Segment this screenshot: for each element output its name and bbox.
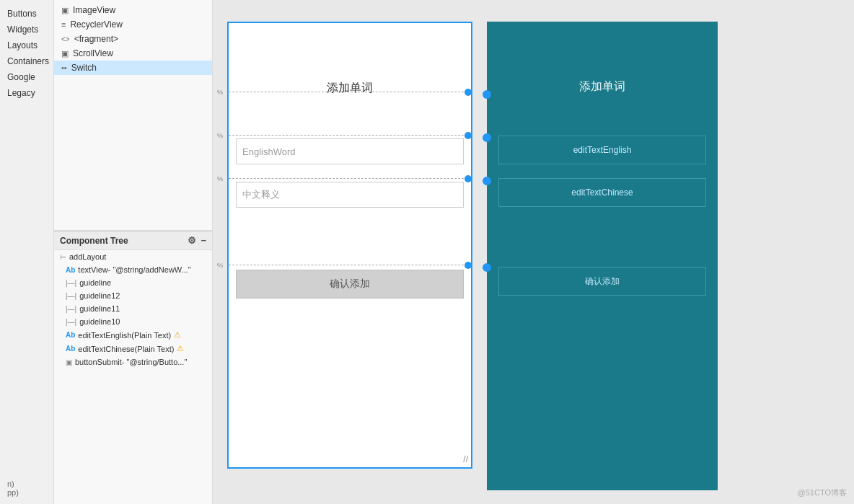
- pct-label-2: %: [217, 132, 223, 139]
- tree-header-icons: ⚙ −: [188, 235, 206, 246]
- switch-icon: ••: [61, 63, 67, 72]
- preview-title: 添加单词: [229, 81, 471, 96]
- pct-label-1: %: [217, 89, 223, 96]
- sidebar-item-containers[interactable]: Containers: [0, 53, 53, 69]
- tree-item-edittextchinese[interactable]: Ab editTextChinese(Plain Text) ⚠: [54, 342, 212, 355]
- design-preview: 添加单词 EnglishWord 中文释义 确认添加 //: [227, 22, 472, 469]
- tree-item-guideline10[interactable]: |—| guideline10: [54, 315, 212, 328]
- guideline-icon: |—|: [66, 279, 76, 287]
- watermark: @51CTO博客: [798, 487, 847, 498]
- pct-label-4: %: [217, 262, 223, 269]
- buttonsubmit-icon: ▣: [66, 358, 72, 366]
- guideline-h-4: [229, 265, 471, 265]
- tree-expand-icon: ⊢: [60, 253, 66, 261]
- rendered-button-submit[interactable]: 确认添加: [498, 267, 706, 296]
- tree-minus-icon[interactable]: −: [201, 235, 206, 246]
- tree-settings-icon[interactable]: ⚙: [188, 235, 196, 246]
- fragment-icon: <>: [61, 35, 70, 43]
- tree-header: Component Tree ⚙ −: [54, 231, 212, 250]
- tree-item-guideline12[interactable]: |—| guideline12: [54, 289, 212, 302]
- edittextchinese-icon: Ab: [66, 345, 75, 353]
- palette-item-fragment[interactable]: <> <fragment>: [54, 32, 212, 46]
- tree-title: Component Tree: [60, 236, 128, 246]
- tree-item-guideline11[interactable]: |—| guideline11: [54, 302, 212, 315]
- sidebar-item-google[interactable]: Google: [0, 69, 53, 85]
- rendered-input-english[interactable]: editTextEnglish: [498, 136, 706, 164]
- design-preview-wrapper: % % % % 添加单词 EnglishWord 中文释义: [227, 22, 472, 469]
- preview-input-english[interactable]: EnglishWord: [236, 138, 464, 164]
- edittextenglish-icon: Ab: [66, 331, 75, 339]
- palette-panel: ▣ ImageView ≡ RecyclerView <> <fragment>…: [54, 0, 213, 231]
- preview-button-submit[interactable]: 确认添加: [236, 270, 464, 299]
- warning-icon-chinese: ⚠: [177, 344, 184, 353]
- textview-icon: Ab: [66, 266, 75, 274]
- render-guide-dot-3: [483, 177, 491, 185]
- guideline10-icon: |—|: [66, 318, 76, 326]
- main-area: % % % % 添加单词 EnglishWord 中文释义: [213, 0, 854, 504]
- rendered-input-chinese[interactable]: editTextChinese: [498, 178, 706, 207]
- tree-item-edittextenglish[interactable]: Ab editTextEnglish(Plain Text) ⚠: [54, 328, 212, 342]
- guideline12-icon: |—|: [66, 292, 76, 300]
- guide-dot-2: [465, 132, 472, 139]
- guideline-h-2: [229, 135, 471, 136]
- guide-dot-3: [465, 175, 472, 182]
- rendered-title: 添加单词: [487, 79, 718, 94]
- guideline-h-3: [229, 178, 471, 179]
- scrollview-icon: ▣: [61, 49, 69, 58]
- tree-item-buttonsubmit[interactable]: ▣ buttonSubmit- "@string/Butto...": [54, 355, 212, 368]
- pct-label-3: %: [217, 175, 223, 182]
- sidebar-item-widgets[interactable]: Widgets: [0, 22, 53, 37]
- tree-item-guideline[interactable]: |—| guideline: [54, 276, 212, 289]
- footer-text-1: n): [7, 479, 19, 488]
- recyclerview-icon: ≡: [61, 20, 66, 29]
- sidebar-item-layouts[interactable]: Layouts: [0, 37, 53, 53]
- render-guide-dot-2: [483, 133, 491, 142]
- render-guide-dot-4: [483, 263, 491, 272]
- sidebar-item-buttons[interactable]: Buttons: [0, 6, 53, 22]
- palette-item-recyclerview[interactable]: ≡ RecyclerView: [54, 17, 212, 32]
- palette-item-switch[interactable]: •• Switch: [54, 61, 212, 75]
- left-sidebar: Buttons Widgets Layouts Containers Googl…: [0, 0, 54, 504]
- sidebar-item-legacy[interactable]: Legacy: [0, 85, 53, 101]
- footer-text-2: pp): [7, 488, 19, 497]
- guideline11-icon: |—|: [66, 305, 76, 313]
- rendered-preview: 添加单词 editTextEnglish editTextChinese 确认添…: [487, 22, 718, 490]
- palette-item-scrollview[interactable]: ▣ ScrollView: [54, 46, 212, 61]
- tree-item-addlayout[interactable]: ⊢ addLayout: [54, 250, 212, 263]
- imageview-icon: ▣: [61, 6, 69, 15]
- palette-item-imageview[interactable]: ▣ ImageView: [54, 3, 212, 17]
- tree-item-textview[interactable]: Ab textView- "@string/addNewW...": [54, 263, 212, 276]
- preview-input-chinese[interactable]: 中文释义: [236, 182, 464, 208]
- resize-handle[interactable]: //: [463, 454, 468, 464]
- guide-dot-4: [465, 262, 472, 269]
- bottom-overlay: n) pp): [7, 479, 19, 497]
- warning-icon-english: ⚠: [174, 330, 181, 340]
- component-tree: Component Tree ⚙ − ⊢ addLayout Ab textVi…: [54, 231, 213, 504]
